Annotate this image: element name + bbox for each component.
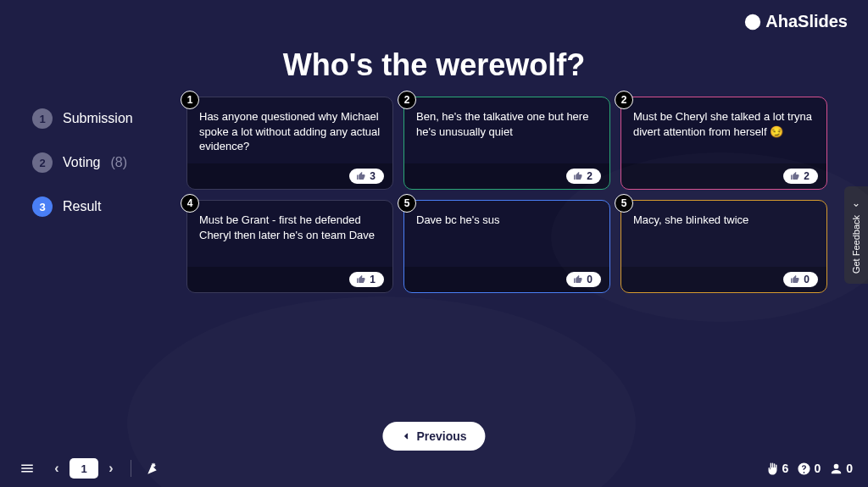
vote-count: 2 — [804, 170, 810, 182]
vote-count: 2 — [587, 170, 593, 182]
step-number: 1 — [32, 108, 53, 129]
brand-logo: AhaSlides — [743, 12, 848, 31]
prev-slide-button[interactable]: ‹ — [47, 461, 66, 476]
page-number[interactable]: 1 — [70, 458, 98, 479]
step-submission[interactable]: 1 Submission — [32, 108, 133, 129]
vote-count: 3 — [370, 170, 376, 182]
rank-badge: 1 — [181, 91, 199, 109]
thumbs-up-icon — [573, 171, 583, 181]
logo-icon — [743, 13, 762, 31]
rank-badge: 5 — [398, 194, 416, 213]
card-footer: 2 — [404, 163, 609, 189]
feedback-label: Get Feedback — [851, 215, 861, 274]
step-label: Voting — [63, 155, 100, 170]
step-label: Submission — [63, 111, 133, 126]
questions-count: 0 — [814, 462, 821, 475]
brand-text: AhaSlides — [765, 12, 848, 31]
previous-button[interactable]: Previous — [382, 422, 485, 451]
card-footer: 0 — [621, 267, 826, 292]
bottom-bar: ‹ 1 › 6 0 0 — [0, 450, 868, 487]
next-slide-button[interactable]: › — [102, 461, 120, 476]
card-footer: 0 — [404, 267, 609, 292]
menu-icon — [19, 461, 35, 476]
thumbs-up-icon — [356, 274, 366, 285]
people-count: 0 — [846, 462, 853, 475]
submission-text: Has anyone questioned why Michael spoke … — [187, 97, 392, 163]
result-card[interactable]: 5Macy, she blinked twice0 — [620, 200, 827, 293]
rank-badge: 2 — [615, 91, 633, 109]
vote-pill[interactable]: 2 — [783, 169, 818, 184]
hands-count: 6 — [782, 462, 789, 475]
submission-text: Dave bc he's sus — [404, 201, 609, 267]
result-card[interactable]: 2Must be Cheryl she talked a lot tryna d… — [620, 97, 827, 190]
rank-badge: 2 — [398, 91, 416, 109]
rank-badge: 4 — [181, 194, 199, 213]
submission-text: Must be Cheryl she talked a lot tryna di… — [621, 97, 826, 163]
person-icon — [829, 462, 843, 476]
step-result[interactable]: 3 Result — [32, 196, 133, 217]
vote-pill[interactable]: 2 — [566, 169, 601, 184]
results-grid: 1Has anyone questioned why Michael spoke… — [186, 97, 827, 293]
rank-badge: 5 — [615, 194, 633, 213]
vote-count: 1 — [370, 274, 376, 285]
submission-text: Must be Grant - first he defended Cheryl… — [187, 201, 392, 267]
confetti-icon — [146, 461, 161, 476]
steps-sidebar: 1 Submission 2 Voting (8) 3 Result — [32, 108, 133, 217]
step-count: (8) — [110, 155, 127, 170]
submission-text: Macy, she blinked twice — [621, 201, 826, 267]
card-footer: 2 — [621, 163, 826, 189]
step-label: Result — [63, 199, 101, 214]
divider — [131, 460, 131, 477]
previous-label: Previous — [416, 429, 466, 443]
slide-pager: ‹ 1 › — [47, 458, 120, 479]
people-stat[interactable]: 0 — [829, 462, 853, 476]
result-card[interactable]: 1Has anyone questioned why Michael spoke… — [186, 97, 393, 190]
result-card[interactable]: 2Ben, he's the talkative one but here he… — [403, 97, 610, 190]
questions-stat[interactable]: 0 — [797, 462, 821, 476]
menu-button[interactable] — [15, 457, 39, 480]
thumbs-up-icon — [356, 171, 366, 181]
page-title: Who's the werewolf? — [0, 47, 868, 83]
card-footer: 1 — [187, 267, 392, 292]
step-voting[interactable]: 2 Voting (8) — [32, 152, 133, 173]
vote-count: 0 — [804, 274, 810, 285]
thumbs-up-icon — [790, 274, 800, 285]
step-number: 3 — [32, 196, 53, 217]
vote-pill[interactable]: 0 — [566, 272, 601, 287]
card-footer: 3 — [187, 163, 392, 189]
step-number: 2 — [32, 152, 53, 173]
question-icon — [797, 462, 811, 476]
confetti-button[interactable] — [142, 457, 165, 480]
result-card[interactable]: 4Must be Grant - first he defended Chery… — [186, 200, 393, 293]
thumbs-up-icon — [790, 171, 800, 181]
submission-text: Ben, he's the talkative one but here he'… — [404, 97, 609, 163]
hand-icon — [765, 462, 780, 476]
vote-count: 0 — [587, 274, 593, 285]
thumbs-up-icon — [573, 274, 583, 285]
vote-pill[interactable]: 3 — [349, 169, 384, 184]
feedback-tab[interactable]: Get Feedback — [844, 186, 868, 284]
vote-pill[interactable]: 0 — [783, 272, 818, 287]
result-card[interactable]: 5Dave bc he's sus0 — [403, 200, 610, 293]
vote-pill[interactable]: 1 — [349, 272, 384, 287]
chevron-left-icon — [401, 431, 411, 441]
raised-hands-stat[interactable]: 6 — [765, 462, 789, 476]
